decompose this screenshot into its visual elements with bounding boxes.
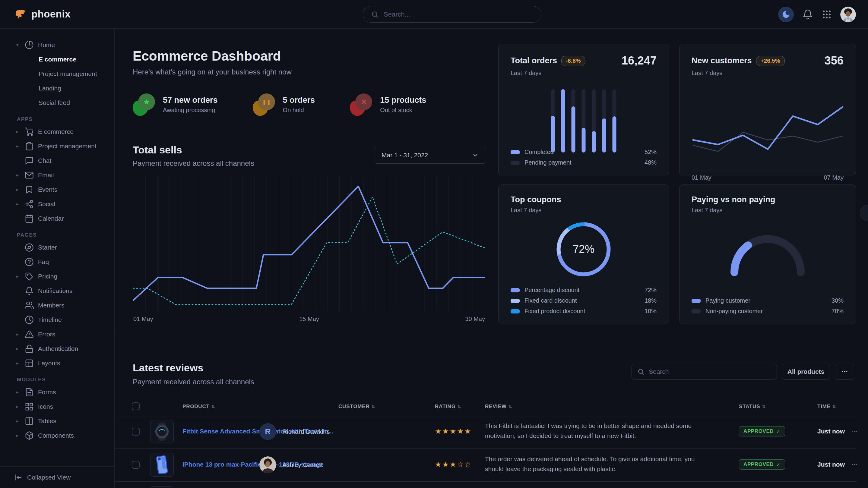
product-thumbnail[interactable] [150, 453, 174, 477]
column-header-review[interactable]: REVIEW⇅ [485, 403, 512, 410]
legend-label: Non-paying customer [706, 308, 763, 315]
reviews-search[interactable] [631, 364, 777, 380]
sidebar-item-pricing[interactable]: ▸Pricing [0, 269, 114, 284]
total-orders-value: 16,247 [622, 54, 657, 67]
sidebar-item-label: Chat [38, 157, 51, 164]
sidebar-item-components[interactable]: ▸Components [0, 428, 114, 443]
row-checkbox[interactable] [132, 428, 140, 435]
sidebar-item-starter[interactable]: Starter [0, 240, 114, 255]
sidebar-item-errors[interactable]: ▸Errors [0, 327, 114, 341]
sidebar-item-social[interactable]: ▸Social [0, 197, 114, 211]
more-options-button[interactable]: ⋯ [835, 364, 854, 380]
stat-on-hold: ❚❚5 ordersOn hold [253, 93, 315, 116]
tag-icon [25, 272, 34, 281]
sidebar-item-timeline[interactable]: Timeline [0, 313, 114, 327]
legend-item: Fixed product discount10% [510, 308, 657, 315]
quick-stats: ★57 new ordersAwating processing❚❚5 orde… [133, 93, 426, 116]
sidebar-item-calendar[interactable]: Calendar [0, 211, 114, 226]
product-thumbnail[interactable] [150, 420, 174, 444]
collapsed-view-toggle[interactable]: Collapsed View [0, 466, 114, 488]
stat-label: Out of stock [380, 107, 426, 113]
bookmark-icon [25, 185, 34, 194]
global-search[interactable] [363, 6, 541, 23]
notifications-button[interactable] [802, 9, 813, 20]
rating-stars: ★★★★★ [435, 427, 472, 435]
product-thumbnail [150, 486, 174, 488]
sidebar-section-label: MODULES [0, 375, 114, 385]
sidebar-item-notifications[interactable]: Notifications [0, 284, 114, 298]
sidebar-item-project-management[interactable]: ▸Project management [0, 139, 114, 154]
order-bar [592, 89, 596, 153]
sidebar-item-authentication[interactable]: ▸Authentication [0, 341, 114, 356]
x-axis-label: 30 May [465, 316, 485, 323]
review-text: This Fitbit is fantastic! I was trying t… [485, 421, 696, 441]
sidebar-item-events[interactable]: ▸Events [0, 182, 114, 197]
row-more-button[interactable]: ⋯ [851, 427, 858, 435]
collapsed-view-label: Collapsed View [27, 474, 70, 481]
caret-down-icon: ▾ [16, 42, 21, 47]
sidebar-subitem-landing[interactable]: Landing [0, 81, 114, 96]
column-header-product[interactable]: PRODUCT⇅ [183, 403, 215, 410]
section-divider [115, 334, 868, 334]
user-avatar[interactable] [840, 7, 856, 22]
sidebar-item-email[interactable]: ▸Email [0, 168, 114, 182]
lock-icon [25, 344, 34, 353]
caret-right-icon: ▸ [16, 389, 21, 395]
caret-right-icon: ▸ [16, 346, 21, 352]
sidebar-item-home[interactable]: ▾Home [0, 38, 114, 52]
legend-item: Pending payment48% [510, 159, 657, 166]
total-sells-title: Total sells [133, 144, 182, 156]
theme-toggle-button[interactable] [778, 7, 794, 22]
row-checkbox[interactable] [132, 461, 140, 469]
date-range-value: Mar 1 - 31, 2022 [381, 152, 428, 159]
total-orders-period: Last 7 days [510, 70, 657, 76]
apps-menu-button[interactable] [822, 9, 832, 20]
row-more-button[interactable]: ⋯ [851, 460, 858, 468]
sidebar-subitem-e-commerce[interactable]: E commerce [0, 52, 114, 67]
clipboard-icon [25, 142, 34, 151]
caret-right-icon: ▸ [16, 143, 21, 149]
customize-fab-button[interactable] [860, 205, 868, 221]
global-search-input[interactable] [384, 10, 533, 19]
sidebar-item-icons[interactable]: ▸Icons [0, 399, 114, 414]
chevron-down-icon [472, 152, 478, 159]
brand-logo[interactable]: phoenix [14, 8, 70, 21]
caret-right-icon: ▸ [16, 360, 21, 366]
legend-value: 10% [645, 308, 657, 315]
sidebar-item-chat[interactable]: Chat [0, 154, 114, 168]
all-products-button[interactable]: All products [782, 364, 830, 380]
pie-chart-icon [25, 40, 34, 50]
caret-right-icon: ▸ [16, 274, 21, 279]
legend-value: 52% [645, 149, 657, 156]
paying-vs-non-paying-card: Paying vs non paying Last 7 days Paying … [679, 185, 856, 324]
sidebar-item-forms[interactable]: ▸Forms [0, 385, 114, 399]
order-bar [561, 89, 565, 153]
date-range-select[interactable]: Mar 1 - 31, 2022 [374, 147, 486, 164]
column-header-time[interactable]: TIME⇅ [817, 403, 836, 410]
sort-icon: ⇅ [832, 404, 836, 409]
sidebar-item-label: Errors [38, 331, 55, 338]
sidebar-subitem-social-feed[interactable]: Social feed [0, 96, 114, 110]
sidebar-item-label: Pricing [38, 273, 57, 280]
column-header-rating[interactable]: RATING⇅ [435, 403, 461, 410]
layout-icon [25, 359, 34, 368]
sidebar-item-members[interactable]: Members [0, 298, 114, 313]
column-header-customer[interactable]: CUSTOMER⇅ [338, 403, 375, 410]
sidebar-subitem-project-management[interactable]: Project management [0, 67, 114, 81]
sidebar-item-tables[interactable]: ▸Tables [0, 414, 114, 428]
legend-item: Non-paying customer70% [691, 308, 843, 315]
new-customers-card: New customers +26.5% 356 Last 7 days 01 … [679, 44, 856, 175]
sidebar-item-e-commerce[interactable]: ▸E commerce [0, 125, 114, 139]
status-label: APPROVED [743, 461, 774, 467]
select-all-checkbox[interactable] [132, 402, 140, 410]
legend-label: Completed [525, 149, 554, 156]
grid-icon [25, 402, 34, 411]
sidebar-item-label: Faq [38, 258, 49, 265]
sidebar-item-label: Forms [38, 389, 56, 396]
reviews-search-input[interactable] [649, 368, 771, 375]
column-header-status[interactable]: STATUS⇅ [739, 403, 766, 410]
sidebar-item-faq[interactable]: Faq [0, 255, 114, 269]
sidebar-item-layouts[interactable]: ▸Layouts [0, 356, 114, 370]
sidebar-section-label: PAGES [0, 230, 114, 240]
pause-stat-icon: ❚❚ [253, 93, 275, 116]
